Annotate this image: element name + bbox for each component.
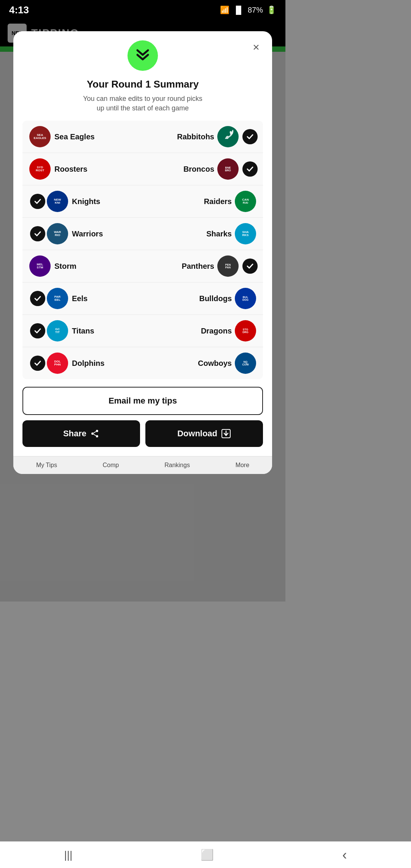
- sharks-logo: SHARKS: [233, 222, 258, 246]
- svg-point-5: [96, 435, 98, 437]
- team-name-roosters: Roosters: [52, 165, 176, 174]
- modal-title: Your Round 1 Summary: [22, 78, 263, 90]
- team-name-dolphins: Dolphins: [70, 359, 194, 368]
- team-name-warriors: Warriors: [70, 230, 194, 238]
- pick-row-8[interactable]: DOLPHN Dolphins Cowboys NQCOW: [22, 347, 263, 379]
- team-name-panthers: Panthers: [176, 262, 214, 271]
- signal-icon: ▐▌: [233, 6, 244, 14]
- team-name-rabbitohs: Rabbitohs: [176, 132, 214, 141]
- pick-row-3[interactable]: NEWKNI Knights Raiders CANRAI: [22, 185, 263, 218]
- email-tips-button[interactable]: Email me my tips: [22, 387, 263, 415]
- svg-line-6: [94, 432, 96, 433]
- round-summary-modal: × Your Round 1 Summary You can make edit…: [13, 31, 272, 474]
- sea-eagles-logo: SEAEAGLES: [28, 124, 52, 149]
- tab-rankings[interactable]: Rankings: [164, 462, 190, 469]
- knights-logo: NEWKNI: [45, 189, 70, 214]
- roosters-logo: SYDROST: [28, 157, 52, 181]
- dolphins-logo: DOLPHN: [45, 351, 70, 375]
- share-icon: [90, 429, 99, 438]
- modal-subtitle: You can make edits to your round picksup…: [22, 94, 263, 113]
- modal-body: Your Round 1 Summary You can make edits …: [13, 31, 272, 379]
- pick-row-7[interactable]: GCTIT Titans Dragons STGDRG: [22, 315, 263, 347]
- team-name-broncos: Broncos: [176, 165, 214, 174]
- team-name-titans: Titans: [70, 327, 194, 335]
- pick-check-5: [242, 258, 258, 274]
- pick-check-8: [30, 356, 45, 371]
- picks-list: SEAEAGLES Sea Eagles Rabbitohs: [22, 121, 263, 379]
- pick-check-2: [242, 161, 258, 177]
- status-icons: 📶 ▐▌ 87% 🔋: [220, 5, 276, 14]
- pick-check-3: [30, 194, 45, 209]
- app-bottom-bar: My Tips Comp Rankings More: [13, 456, 272, 474]
- share-download-row: Share Download: [22, 420, 263, 447]
- rabbitohs-logo: [216, 124, 240, 149]
- team-name-sea-eagles: Sea Eagles: [52, 132, 176, 141]
- status-time: 4:13: [9, 4, 29, 16]
- chevron-down-icon: [134, 47, 151, 64]
- team-name-knights: Knights: [70, 197, 194, 206]
- pick-check-7: [30, 323, 45, 338]
- team-name-storm: Storm: [52, 262, 176, 271]
- cowboys-logo: NQCOW: [233, 351, 258, 375]
- team-name-eels: Eels: [70, 294, 194, 303]
- team-name-bulldogs: Bulldogs: [194, 294, 232, 303]
- wifi-icon: 📶: [220, 5, 229, 14]
- modal-overlay: × Your Round 1 Summary You can make edit…: [0, 20, 285, 602]
- dragons-logo: STGDRG: [233, 319, 258, 343]
- raiders-logo: CANRAI: [233, 189, 258, 214]
- pick-row-5[interactable]: MELSTM Storm Panthers PENPAN: [22, 250, 263, 282]
- modal-actions: Email me my tips Share Download: [13, 379, 272, 456]
- close-button[interactable]: ×: [248, 39, 264, 56]
- team-name-sharks: Sharks: [194, 230, 232, 238]
- pick-row-4[interactable]: WARRIO Warriors Sharks SHARKS: [22, 218, 263, 250]
- team-name-cowboys: Cowboys: [194, 359, 232, 368]
- pick-check-6: [30, 291, 45, 306]
- bulldogs-logo: BULDOG: [233, 286, 258, 311]
- broncos-logo: BNEBRO: [216, 157, 240, 181]
- pick-check-1: [242, 129, 258, 144]
- titans-logo: GCTIT: [45, 319, 70, 343]
- status-bar: 4:13 📶 ▐▌ 87% 🔋: [0, 0, 285, 20]
- battery-icon: 🔋: [267, 5, 276, 14]
- pick-row-1[interactable]: SEAEAGLES Sea Eagles Rabbitohs: [22, 121, 263, 153]
- warriors-logo: WARRIO: [45, 222, 70, 246]
- share-button[interactable]: Share: [22, 420, 140, 447]
- storm-logo: MELSTM: [28, 254, 52, 278]
- battery-label: 87%: [248, 6, 263, 14]
- pick-row-2[interactable]: SYDROST Roosters Broncos BNEBRO: [22, 153, 263, 185]
- share-label: Share: [63, 429, 86, 439]
- download-label: Download: [177, 429, 217, 439]
- svg-point-4: [91, 432, 94, 435]
- tab-my-tips[interactable]: My Tips: [36, 462, 57, 469]
- pick-row-6[interactable]: PAREEL Eels Bulldogs BULDOG: [22, 282, 263, 315]
- download-icon: [221, 429, 231, 439]
- download-button[interactable]: Download: [145, 420, 263, 447]
- team-name-dragons: Dragons: [194, 327, 232, 335]
- eels-logo: PAREEL: [45, 286, 70, 311]
- svg-line-7: [94, 434, 96, 436]
- tipping-icon-circle: [127, 40, 158, 71]
- tab-more[interactable]: More: [236, 462, 249, 469]
- team-name-raiders: Raiders: [194, 197, 232, 206]
- pick-check-4: [30, 226, 45, 241]
- panthers-logo: PENPAN: [216, 254, 240, 278]
- svg-point-3: [96, 430, 98, 432]
- tab-comp[interactable]: Comp: [103, 462, 119, 469]
